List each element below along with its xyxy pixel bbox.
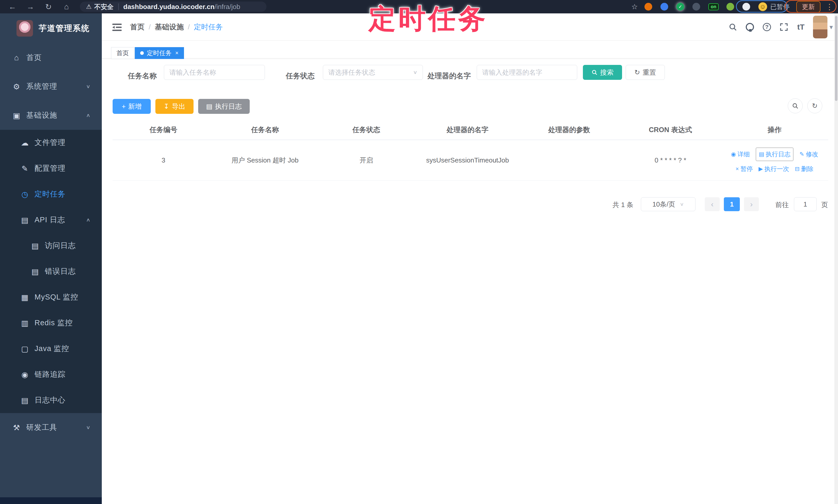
sidebar-item-file-management[interactable]: ☁ 文件管理 (0, 130, 102, 156)
toggle-search-button[interactable] (788, 98, 803, 113)
sidebar-bottom-strip (0, 497, 102, 504)
profile-paused-capsule[interactable]: ☺ 已暂停 (758, 2, 789, 11)
sidebar-item-config-management[interactable]: ✎ 配置管理 (0, 156, 102, 181)
prev-page-button[interactable]: ‹ (705, 197, 720, 211)
fullscreen-icon[interactable] (775, 13, 792, 41)
url-host[interactable]: dashboard.yudao.iocoder.cn (123, 3, 215, 11)
sidebar-item-label: 基础设施 (26, 110, 57, 121)
job-status-select[interactable]: 请选择任务状态 ∨ (323, 65, 423, 80)
extensions-puzzle-icon[interactable] (743, 3, 750, 11)
refresh-table-button[interactable]: ↻ (807, 98, 822, 113)
extension-grid-icon[interactable] (693, 3, 700, 11)
extension-on-badge[interactable]: on (709, 3, 719, 10)
font-size-icon[interactable]: tT (792, 13, 809, 41)
sidebar-item-error-logs[interactable]: ▤ 错误日志 (0, 258, 102, 284)
sidebar-item-home[interactable]: ⌂ 首页 (0, 43, 102, 72)
extension-icon[interactable] (661, 3, 668, 11)
breadcrumb-home[interactable]: 首页 (130, 22, 144, 32)
detail-link[interactable]: ◉ 详细 (731, 150, 750, 158)
github-icon[interactable] (741, 13, 758, 41)
page-1-button[interactable]: 1 (724, 197, 740, 211)
chrome-update-button[interactable]: 更新 (796, 1, 820, 13)
breadcrumb-current: 定时任务 (194, 22, 223, 32)
list-icon: ▤ (206, 103, 213, 110)
chevron-up-icon: ∧ (86, 112, 90, 118)
sidebar-item-trace[interactable]: ◉ 链路追踪 (0, 362, 102, 387)
user-avatar[interactable] (813, 16, 827, 38)
export-button[interactable]: ↧ 导出 (155, 99, 193, 114)
edit-link[interactable]: ✎ 修改 (799, 150, 818, 158)
refresh-icon: ↻ (634, 69, 640, 76)
tab-home[interactable]: 首页 (111, 47, 134, 59)
goto-page-input[interactable] (794, 197, 817, 211)
extension-icon[interactable] (645, 3, 652, 11)
cloud-upload-icon: ☁ (20, 138, 29, 147)
java-monitor-icon: ▢ (20, 344, 29, 353)
sidebar-item-infrastructure[interactable]: ▣ 基础设施 ∧ (0, 101, 102, 130)
sidebar-item-redis-monitor[interactable]: ▥ Redis 监控 (0, 310, 102, 336)
address-bar[interactable]: ⚠ 不安全 dashboard.yudao.iocoder.cn /infra/… (80, 2, 266, 12)
browser-menu-icon[interactable]: ⋮ (826, 2, 833, 11)
cell-job-name: 用户 Session 超时 Job (214, 140, 316, 181)
edit-icon: ✎ (20, 164, 29, 173)
sidebar-item-label: Redis 监控 (35, 318, 73, 328)
page-scrollbar[interactable] (834, 13, 838, 504)
search-icon (591, 69, 598, 75)
address-divider (118, 3, 119, 10)
sidebar-item-scheduled-tasks[interactable]: ◷ 定时任务 (0, 181, 102, 207)
sidebar-item-java-monitor[interactable]: ▢ Java 监控 (0, 336, 102, 362)
search-button[interactable]: 搜索 (583, 65, 622, 80)
browser-reload-icon[interactable]: ↻ (43, 2, 54, 11)
extension-check-icon[interactable]: ✓ (677, 3, 684, 11)
search-icon[interactable] (724, 13, 741, 41)
tab-scheduled-tasks[interactable]: 定时任务 × (135, 47, 184, 59)
sidebar-item-mysql-monitor[interactable]: ▦ MySQL 监控 (0, 284, 102, 310)
timer-icon: ◷ (20, 190, 29, 199)
handler-name-input[interactable] (477, 65, 577, 80)
reset-button[interactable]: ↻ 重置 (626, 65, 665, 80)
chevron-down-icon: ∨ (86, 84, 90, 89)
breadcrumb-infrastructure[interactable]: 基础设施 (155, 22, 184, 32)
app-logo-row[interactable]: 芋道管理系统 (0, 13, 102, 43)
run-once-link[interactable]: ▶ 执行一次 (758, 165, 789, 173)
sidebar-item-log-center[interactable]: ▤ 日志中心 (0, 387, 102, 413)
delete-link[interactable]: ⊟ 删除 (795, 165, 813, 173)
help-icon[interactable]: ? (758, 13, 775, 41)
export-button-label: 导出 (172, 102, 185, 111)
col-actions: 操作 (721, 121, 828, 140)
profile-paused-label: 已暂停 (770, 3, 789, 11)
extension-icon[interactable] (727, 3, 734, 11)
hamburger-icon[interactable] (111, 22, 122, 33)
sidebar-item-label: 配置管理 (35, 163, 66, 174)
edit-link-label: 修改 (806, 150, 818, 158)
browser-forward-icon[interactable]: → (25, 2, 36, 11)
row-execution-log-link[interactable]: ▤ 执行日志 (755, 147, 794, 161)
job-name-input[interactable] (164, 65, 265, 80)
execution-log-button[interactable]: ▤ 执行日志 (198, 99, 250, 114)
not-secure-label[interactable]: 不安全 (94, 3, 114, 11)
download-icon: ↧ (164, 103, 169, 110)
sidebar-item-dev-tools[interactable]: ⚒ 研发工具 ∨ (0, 413, 102, 442)
bookmark-star-icon[interactable]: ☆ (631, 3, 638, 11)
page-size-select[interactable]: 10条/页 ∨ (641, 197, 696, 211)
profile-avatar-icon: ☺ (758, 2, 767, 11)
browser-back-icon[interactable]: ← (7, 2, 18, 11)
scrollbar-thumb[interactable] (835, 16, 837, 101)
close-icon[interactable]: × (175, 50, 179, 56)
sidebar: 芋道管理系统 ⌂ 首页 ⚙ 系统管理 ∨ ▣ 基础设施 ∧ ☁ 文件管理 ✎ 配… (0, 13, 102, 504)
col-handler-param: 处理器的参数 (519, 121, 620, 140)
browser-home-icon[interactable]: ⌂ (61, 2, 72, 11)
pause-link[interactable]: × 暂停 (736, 165, 753, 173)
goto-label: 前往 (775, 200, 789, 210)
sidebar-item-access-logs[interactable]: ▤ 访问日志 (0, 233, 102, 258)
eye-icon: ◉ (731, 151, 736, 158)
main-area: 首页 / 基础设施 / 定时任务 ? tT ▾ 首页 定时任务 × (102, 13, 838, 504)
detail-link-label: 详细 (737, 150, 750, 158)
sidebar-item-system-management[interactable]: ⚙ 系统管理 ∨ (0, 72, 102, 101)
breadcrumb-separator: / (188, 23, 190, 31)
next-page-button[interactable]: › (744, 197, 759, 211)
select-placeholder: 请选择任务状态 (328, 68, 375, 77)
caret-down-icon[interactable]: ▾ (830, 23, 833, 31)
add-button[interactable]: + 新增 (112, 99, 151, 114)
sidebar-item-api-logs[interactable]: ▤ API 日志 ∧ (0, 207, 102, 233)
